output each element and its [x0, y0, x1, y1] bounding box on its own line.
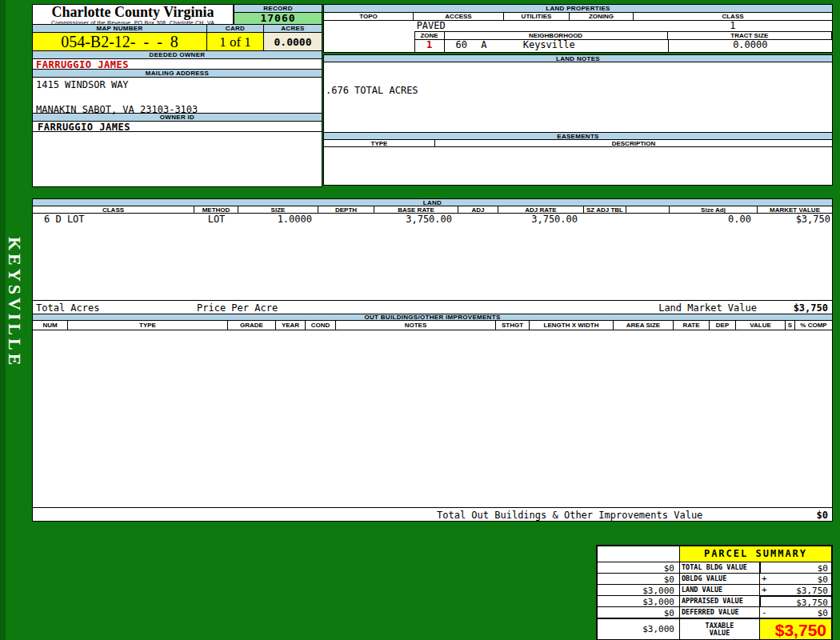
- acres-value: 0.0000: [264, 32, 322, 51]
- out-buildings-total-row: Total Out Buildings & Other Improvements…: [32, 507, 833, 522]
- land-market-value: $3,750: [794, 302, 828, 314]
- land-properties-panel: LAND PROPERTIES TOPO ACCESS UTILITIES ZO…: [323, 4, 833, 186]
- ps-label-deferred: DEFERRED VALUE: [679, 606, 759, 618]
- neighborhood-code: 60: [456, 39, 467, 50]
- total-acres-label: Total Acres: [36, 302, 99, 314]
- ps-value-land: $3,750: [772, 584, 831, 595]
- owner-panel: Charlotte County Virginia Commissioner o…: [32, 4, 322, 187]
- price-per-acre-label: Price Per Acre: [197, 302, 278, 314]
- class-value: 1: [634, 20, 832, 32]
- ps-op-land: +: [759, 584, 772, 595]
- land-row-method: LOT: [194, 214, 238, 223]
- ob-col-cond: COND: [306, 320, 336, 330]
- ob-col-notes: NOTES: [336, 320, 496, 330]
- address-line-2: MANAKIN SABOT, VA 23103-3103: [33, 90, 322, 115]
- ob-col-length-width: LENGTH X WIDTH: [530, 320, 614, 330]
- ob-col-rate: RATE: [674, 320, 710, 330]
- neighborhood-sub: A: [481, 39, 486, 50]
- ps-value-obldg: $0: [772, 573, 831, 584]
- ob-col-dep: DEP: [710, 320, 736, 330]
- ps-op-deferred: -: [759, 606, 772, 618]
- county-title: Charlotte County Virginia: [33, 5, 233, 20]
- address-line-1: 1415 WINDSOR WAY: [33, 78, 322, 90]
- ps-value-appraised: $3,750: [772, 595, 831, 606]
- record-box: RECORD 17060: [234, 4, 322, 25]
- owner-panel-filler: [32, 131, 322, 187]
- mailing-address-box: 1415 WINDSOR WAY MANAKIN SABOT, VA 23103…: [32, 77, 322, 114]
- ob-col-grade: GRADE: [228, 320, 276, 330]
- ps-prior-deferred: $0: [598, 606, 679, 618]
- ob-col-num: NUM: [32, 320, 68, 330]
- parcel-summary-title: PARCEL SUMMARY: [679, 546, 831, 562]
- land-table-empty-area: [32, 223, 833, 301]
- easement-type-label: TYPE: [323, 139, 435, 147]
- ps-value-total-bldg: $0: [772, 562, 831, 573]
- owner-id-value: FARRUGGIO JAMES: [32, 121, 322, 132]
- land-section: LAND CLASS METHOD SIZE DEPTH BASE RATE A…: [32, 198, 833, 522]
- property-record-card: KEYSVILLE Charlotte County Virginia Comm…: [0, 0, 840, 640]
- land-row-class: 6 D LOT: [33, 214, 194, 223]
- neighborhood-name: Keysville: [523, 39, 575, 50]
- land-col-base-rate: BASE RATE: [374, 206, 458, 214]
- tract-size-value: 0.0000: [668, 39, 832, 52]
- land-row-base-rate: 3,750.00: [374, 214, 458, 223]
- land-col-sz-adj-tbl: SZ ADJ TBL: [584, 206, 626, 214]
- record-value: 17060: [234, 13, 322, 25]
- parcel-summary: PARCEL SUMMARY $0 TOTAL BLDG VALUE $0 $0…: [596, 545, 833, 640]
- land-col-adj-rate: ADJ RATE: [498, 206, 584, 214]
- land-notes-text: .676 TOTAL ACRES: [324, 62, 832, 96]
- ob-col-pct-comp: % COMP: [795, 320, 833, 330]
- ps-op-total-bldg: [759, 562, 772, 573]
- ps-prior-appraised: $3,000: [598, 595, 679, 606]
- out-buildings-total-value: $0: [817, 510, 828, 521]
- ob-col-s: S: [786, 320, 795, 330]
- ps-op-appraised: [759, 595, 772, 606]
- ps-prior-obldg: $0: [598, 573, 679, 584]
- land-totals-row: Total Acres Price Per Acre Land Market V…: [32, 300, 833, 314]
- ob-col-sthgt: STHGT: [496, 320, 530, 330]
- ps-label-appraised: APPRAISED VALUE: [679, 595, 759, 606]
- ps-label-taxable: TAXABLE VALUE: [679, 618, 759, 639]
- land-col-class: CLASS: [32, 206, 194, 214]
- county-title-box: Charlotte County Virginia Commissioner o…: [32, 4, 234, 25]
- land-market-value-label: Land Market Value: [658, 302, 757, 314]
- ps-label-obldg: OBLDG VALUE: [679, 573, 759, 584]
- land-col-method: METHOD: [194, 206, 238, 214]
- land-col-spare: [626, 206, 670, 214]
- land-row-market-value: $3,750: [758, 214, 832, 223]
- ob-col-year: YEAR: [276, 320, 306, 330]
- land-row-adj: [458, 214, 498, 223]
- land-row-adj-rate: 3,750.00: [498, 214, 584, 223]
- land-row-size: 1.0000: [238, 214, 318, 223]
- map-number-value: 054-B2-12- - - 8: [32, 32, 207, 51]
- ps-op-obldg: +: [759, 573, 772, 584]
- ps-label-land: LAND VALUE: [679, 584, 759, 595]
- land-col-size-adj: Size Adj: [670, 206, 758, 214]
- land-col-market-value: MARKET VALUE: [758, 206, 833, 214]
- topo-value: [324, 20, 414, 32]
- deeded-owner-value: FARRUGGIO JAMES: [32, 58, 322, 70]
- zone-value: 1: [414, 39, 445, 52]
- ob-col-value: VALUE: [736, 320, 786, 330]
- easement-description-label: DESCRIPTION: [435, 139, 833, 147]
- ps-prior-total-bldg: $0: [598, 562, 679, 573]
- easements-box: [323, 146, 833, 186]
- ps-label-total-bldg: TOTAL BLDG VALUE: [679, 562, 759, 573]
- neighborhood-value: 60 A Keysville: [445, 39, 668, 52]
- land-row-spare: [626, 214, 670, 223]
- ps-prior-taxable: $3,000: [598, 618, 679, 639]
- land-col-depth: DEPTH: [318, 206, 374, 214]
- land-table-row: 6 D LOT LOT 1.0000 3,750.00 3,750.00 0.0…: [32, 213, 833, 224]
- district-vertical-label: KEYSVILLE: [4, 237, 25, 368]
- out-buildings-total-label: Total Out Buildings & Other Improvements…: [437, 510, 702, 521]
- land-row-depth: [318, 214, 374, 223]
- ps-header-spacer: [598, 546, 679, 562]
- access-value: PAVED: [414, 20, 634, 32]
- ob-col-type: TYPE: [68, 320, 228, 330]
- ps-value-deferred: $0: [772, 606, 831, 618]
- card-value: 1 of 1: [207, 32, 264, 51]
- land-notes-box: .676 TOTAL ACRES: [323, 62, 833, 133]
- land-col-adj: ADJ: [458, 206, 498, 214]
- out-buildings-empty-area: [32, 330, 833, 508]
- ob-col-area-size: AREA SIZE: [614, 320, 674, 330]
